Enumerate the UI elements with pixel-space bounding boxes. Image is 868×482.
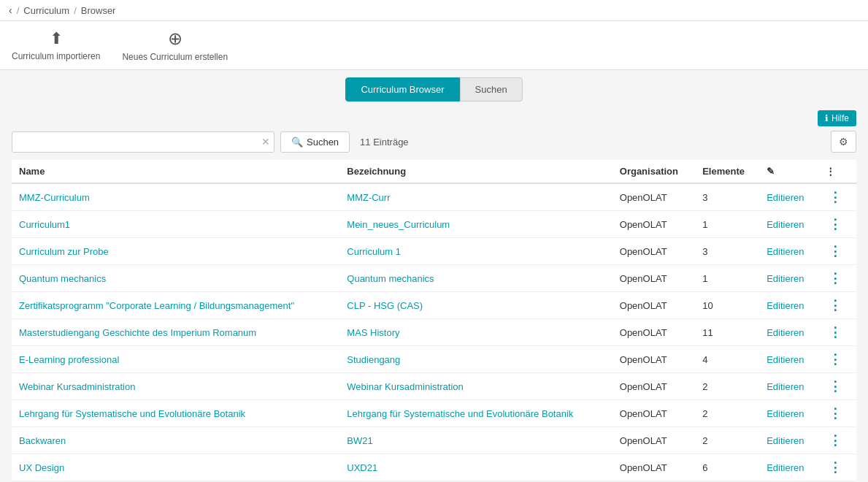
name-link[interactable]: Zertifikatsprogramm "Corporate Learning … — [19, 300, 294, 311]
col-organisation: Organisation — [612, 160, 695, 183]
edit-link[interactable]: Editieren — [767, 435, 804, 446]
create-curriculum-btn[interactable]: ⊕ Neues Curriculum erstellen — [122, 28, 228, 62]
cell-organisation: OpenOLAT — [612, 427, 695, 454]
search-btn-label: Suchen — [307, 137, 339, 148]
name-link[interactable]: Masterstudiengang Geschichte des Imperiu… — [19, 327, 256, 338]
edit-link[interactable]: Editieren — [767, 408, 804, 419]
tab-suchen[interactable]: Suchen — [460, 77, 523, 102]
name-link[interactable]: Curriculum1 — [19, 219, 70, 230]
cell-name: UX Design — [12, 454, 339, 481]
edit-link[interactable]: Editieren — [767, 381, 804, 392]
row-actions-btn[interactable]: ⋮ — [826, 270, 845, 286]
edit-link[interactable]: Editieren — [767, 192, 804, 203]
cell-name: Webinar Kursadministration — [12, 373, 339, 400]
cell-organisation: OpenOLAT — [612, 346, 695, 373]
cell-elemente: 3 — [695, 183, 759, 211]
cell-elemente: 2 — [695, 373, 759, 400]
bezeichnung-link[interactable]: Mein_neues_Curriculum — [347, 219, 450, 230]
table-row: Lehrgang für Systematische und Evolution… — [12, 400, 856, 427]
name-link[interactable]: MMZ-Curriculum — [19, 192, 90, 203]
cell-bezeichnung: Webinar Kursadministration — [339, 373, 612, 400]
cell-elemente: 2 — [695, 427, 759, 454]
cell-organisation: OpenOLAT — [612, 183, 695, 211]
cell-edit: Editieren — [759, 238, 818, 265]
cell-edit: Editieren — [759, 319, 818, 346]
bezeichnung-link[interactable]: UXD21 — [347, 462, 377, 473]
name-link[interactable]: Webinar Kursadministration — [19, 381, 135, 392]
cell-bezeichnung: Quantum mechanics — [339, 265, 612, 292]
bezeichnung-link[interactable]: Studiengang — [347, 354, 400, 365]
edit-link[interactable]: Editieren — [767, 462, 804, 473]
bezeichnung-link[interactable]: Webinar Kursadministration — [347, 381, 463, 392]
cell-actions: ⋮ — [818, 265, 856, 292]
cell-name: Backwaren — [12, 427, 339, 454]
cell-actions: ⋮ — [818, 454, 856, 481]
name-link[interactable]: Backwaren — [19, 435, 66, 446]
col-bezeichnung: Bezeichnung — [339, 160, 612, 183]
curriculum-table: Name Bezeichnung Organisation Elemente ✎… — [12, 160, 856, 481]
toolbar: ⬆ Curriculum importieren ⊕ Neues Curricu… — [0, 21, 868, 70]
edit-link[interactable]: Editieren — [767, 354, 804, 365]
table-row: Webinar Kursadministration Webinar Kursa… — [12, 373, 856, 400]
cell-edit: Editieren — [759, 292, 818, 319]
search-input[interactable] — [12, 131, 274, 153]
cell-name: Masterstudiengang Geschichte des Imperiu… — [12, 319, 339, 346]
row-actions-btn[interactable]: ⋮ — [826, 378, 845, 394]
table-row: Curriculum1 Mein_neues_Curriculum OpenOL… — [12, 211, 856, 238]
content-area: ℹ Hilfe ✕ 🔍 Suchen 11 Einträge ⚙ Name Be… — [0, 102, 868, 482]
breadcrumb-curriculum[interactable]: Curriculum — [23, 5, 69, 16]
cell-actions: ⋮ — [818, 238, 856, 265]
bezeichnung-link[interactable]: Quantum mechanics — [347, 273, 434, 284]
row-actions-btn[interactable]: ⋮ — [826, 243, 845, 259]
row-actions-btn[interactable]: ⋮ — [826, 216, 845, 232]
bezeichnung-link[interactable]: Curriculum 1 — [347, 246, 401, 257]
bezeichnung-link[interactable]: MMZ-Curr — [347, 192, 390, 203]
clear-search-btn[interactable]: ✕ — [261, 136, 270, 148]
edit-link[interactable]: Editieren — [767, 273, 804, 284]
cell-edit: Editieren — [759, 427, 818, 454]
row-actions-btn[interactable]: ⋮ — [826, 189, 845, 205]
cell-bezeichnung: Mein_neues_Curriculum — [339, 211, 612, 238]
row-actions-btn[interactable]: ⋮ — [826, 297, 845, 313]
name-link[interactable]: E-Learning professional — [19, 354, 119, 365]
search-btn[interactable]: 🔍 Suchen — [280, 131, 350, 153]
edit-link[interactable]: Editieren — [767, 246, 804, 257]
cell-organisation: OpenOLAT — [612, 373, 695, 400]
cell-elemente: 2 — [695, 400, 759, 427]
create-label: Neues Curriculum erstellen — [122, 52, 228, 62]
cell-edit: Editieren — [759, 400, 818, 427]
name-link[interactable]: Lehrgang für Systematische und Evolution… — [19, 408, 245, 419]
cell-bezeichnung: CLP - HSG (CAS) — [339, 292, 612, 319]
cell-edit: Editieren — [759, 211, 818, 238]
name-link[interactable]: UX Design — [19, 462, 64, 473]
bezeichnung-link[interactable]: Lehrgang für Systematische und Evolution… — [347, 408, 573, 419]
tab-curriculum-browser[interactable]: Curriculum Browser — [345, 77, 459, 102]
row-actions-btn[interactable]: ⋮ — [826, 324, 845, 340]
edit-link[interactable]: Editieren — [767, 327, 804, 338]
bezeichnung-link[interactable]: BW21 — [347, 435, 372, 446]
cell-bezeichnung: Curriculum 1 — [339, 238, 612, 265]
cell-edit: Editieren — [759, 265, 818, 292]
row-actions-btn[interactable]: ⋮ — [826, 405, 845, 421]
row-actions-btn[interactable]: ⋮ — [826, 459, 845, 475]
edit-link[interactable]: Editieren — [767, 300, 804, 311]
name-link[interactable]: Quantum mechanics — [19, 273, 106, 284]
table-row: Backwaren BW21 OpenOLAT 2 Editieren ⋮ — [12, 427, 856, 454]
help-btn[interactable]: ℹ Hilfe — [818, 110, 856, 126]
search-input-wrap: ✕ — [12, 131, 274, 153]
table-settings-btn[interactable]: ⚙ — [831, 131, 856, 153]
help-circle-icon: ℹ — [825, 113, 829, 123]
row-actions-btn[interactable]: ⋮ — [826, 432, 845, 448]
bezeichnung-link[interactable]: MAS History — [347, 327, 399, 338]
import-curriculum-btn[interactable]: ⬆ Curriculum importieren — [12, 29, 100, 61]
create-icon: ⊕ — [168, 28, 183, 49]
cell-bezeichnung: Studiengang — [339, 346, 612, 373]
entries-count: 11 Einträge — [360, 137, 409, 148]
col-actions-header: ⋮ — [818, 160, 856, 183]
name-link[interactable]: Curriculum zur Probe — [19, 246, 109, 257]
bezeichnung-link[interactable]: CLP - HSG (CAS) — [347, 300, 423, 311]
row-actions-btn[interactable]: ⋮ — [826, 351, 845, 367]
search-row: ✕ 🔍 Suchen 11 Einträge ⚙ — [12, 131, 856, 153]
edit-link[interactable]: Editieren — [767, 219, 804, 230]
breadcrumb-back-btn[interactable]: ‹ — [9, 4, 12, 16]
